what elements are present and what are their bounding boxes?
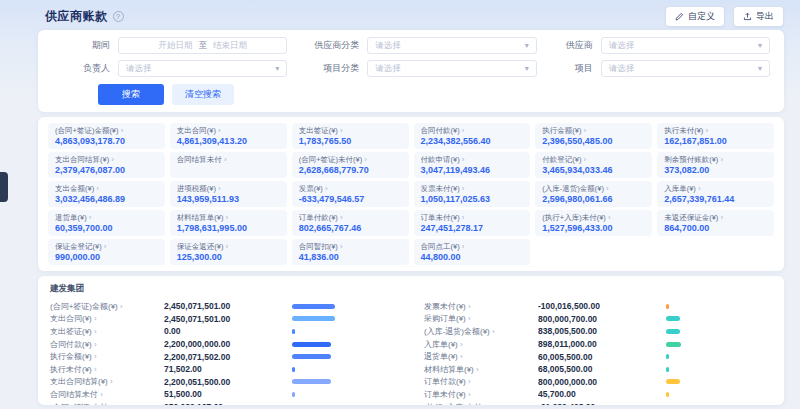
metric-label[interactable]: 订单未付(¥) › xyxy=(424,389,538,400)
stat-tile[interactable]: 发票未付(¥) ›1,050,117,025.63 xyxy=(414,181,531,207)
stat-tile[interactable]: 订单付款(¥) ›802,665,767.46 xyxy=(292,210,409,236)
stat-tile[interactable]: 合同点工(¥) ›44,800.00 xyxy=(414,239,531,265)
metric-bar-track xyxy=(666,342,768,347)
supplier-select[interactable]: 请选择▾ xyxy=(601,37,770,54)
stat-tile[interactable]: 付款申请(¥) ›3,047,119,493.46 xyxy=(414,152,531,178)
stat-tile[interactable]: 保证金登记(¥) ›990,000.00 xyxy=(48,239,165,265)
stat-tile[interactable]: 退货单(¥) ›60,359,700.00 xyxy=(48,210,165,236)
metric-row: 支出签证(¥) ›0.00 xyxy=(50,325,398,338)
stat-tile[interactable]: 剩余预付账款(¥) ›373,082.00 xyxy=(657,152,774,178)
customize-button[interactable]: 自定义 xyxy=(665,6,725,27)
metric-row: 入库单(¥) ›898,011,000.00 xyxy=(424,338,772,351)
metric-value: 250,030,167.00 xyxy=(164,402,292,405)
stat-tile[interactable]: 合同付款(¥) ›2,234,382,556.40 xyxy=(414,123,531,149)
chevron-right-icon: › xyxy=(460,340,463,349)
stat-value: 2,596,980,061.66 xyxy=(542,194,645,204)
stat-tile[interactable]: 合同结算未付 › xyxy=(170,152,287,178)
metric-bar-track xyxy=(292,354,394,359)
metric-bar-track xyxy=(292,367,394,372)
metric-value: -61,939,498.00 xyxy=(538,402,666,405)
group-panel: 建发集团 (合同+签证)金额(¥) ›2,450,071,501.00支出合同(… xyxy=(38,276,784,405)
export-button[interactable]: 导出 xyxy=(733,6,784,27)
metric-label[interactable]: (执行+入库)未付(¥) › xyxy=(424,402,538,405)
stat-tile[interactable]: 合同暂扣(¥) ›41,836.00 xyxy=(292,239,409,265)
metric-label[interactable]: 采购订单(¥) › xyxy=(424,313,538,324)
clear-search-button[interactable]: 清空搜索 xyxy=(172,84,234,105)
stat-tile[interactable]: 支出签证(¥) ›1,783,765.50 xyxy=(292,123,409,149)
project-select[interactable]: 请选择▾ xyxy=(601,60,770,77)
chevron-down-icon: ▾ xyxy=(525,65,529,73)
metric-value: 800,000,000.00 xyxy=(538,377,666,387)
metric-row: (执行+入库)未付(¥) ›-61,939,498.00 xyxy=(424,401,772,405)
metric-bar-track xyxy=(292,316,394,321)
chevron-right-icon: › xyxy=(120,403,123,405)
stat-tile[interactable]: (合同+签证)金额(¥) ›4,863,093,178.70 xyxy=(48,123,165,149)
stat-tile[interactable]: 支出合同结算(¥) ›2,379,476,087.00 xyxy=(48,152,165,178)
metric-label[interactable]: (合同+签证)金额(¥) › xyxy=(50,301,164,312)
stat-tile[interactable]: 付款登记(¥) ›3,465,934,033.46 xyxy=(535,152,652,178)
metric-bar-track xyxy=(666,316,768,321)
metric-label[interactable]: 发票未付(¥) › xyxy=(424,301,538,312)
supplier-category-select[interactable]: 请选择▾ xyxy=(367,37,536,54)
chevron-right-icon: › xyxy=(494,403,497,405)
metric-label[interactable]: 合同付款(¥) › xyxy=(50,339,164,350)
metric-bar-track xyxy=(292,342,394,347)
stat-value: 802,665,767.46 xyxy=(299,223,402,233)
stat-tile[interactable]: 支出合同(¥) ›4,861,309,413.20 xyxy=(170,123,287,149)
filter-label: 供应商 xyxy=(545,39,593,52)
metric-row: 采购订单(¥) ›800,000,700.00 xyxy=(424,313,772,326)
stat-tile[interactable]: (合同+签证)未付(¥) ›2,628,668,779.70 xyxy=(292,152,409,178)
chevron-right-icon: › xyxy=(226,242,229,251)
stat-tile[interactable]: 未返还保证金(¥) ›864,700.00 xyxy=(657,210,774,236)
metric-label[interactable]: 合同结算未付 › xyxy=(50,389,164,400)
stat-label: (执行+入库)未付(¥) › xyxy=(542,213,645,222)
metric-row: (合同+签证)未付(¥) ›250,030,167.00 xyxy=(50,401,398,405)
metric-bar-track xyxy=(666,354,768,359)
stat-tile[interactable]: 支出金额(¥) ›3,032,456,486.89 xyxy=(48,181,165,207)
stat-tile[interactable]: 进项税额(¥) ›143,959,511.93 xyxy=(170,181,287,207)
select-placeholder: 请选择 xyxy=(609,63,635,75)
metric-value: 2,450,071,501.00 xyxy=(164,301,292,311)
metric-label[interactable]: 执行金额(¥) › xyxy=(50,351,164,362)
metric-bar xyxy=(292,316,335,321)
period-daterange[interactable]: 开始日期至结束日期 xyxy=(118,37,287,54)
metric-label[interactable]: 订单付款(¥) › xyxy=(424,376,538,387)
stat-tile[interactable]: (执行+入库)未付(¥) ›1,527,596,433.00 xyxy=(535,210,652,236)
chevron-right-icon: › xyxy=(468,302,471,311)
stat-tile[interactable]: 材料结算单(¥) ›1,798,631,995.00 xyxy=(170,210,287,236)
metric-label[interactable]: 材料结算单(¥) › xyxy=(424,364,538,375)
metric-label[interactable]: 支出签证(¥) › xyxy=(50,326,164,337)
project-category-select[interactable]: 请选择▾ xyxy=(367,60,536,77)
stat-label: 支出金额(¥) › xyxy=(55,184,158,193)
metric-label[interactable]: 支出合同(¥) › xyxy=(50,313,164,324)
search-button[interactable]: 搜索 xyxy=(98,84,164,105)
metric-label[interactable]: 执行未付(¥) › xyxy=(50,364,164,375)
metric-label[interactable]: (合同+签证)未付(¥) › xyxy=(50,402,164,405)
stat-label: 合同付款(¥) › xyxy=(421,126,524,135)
stat-tile[interactable]: 执行未付(¥) ›162,167,851.00 xyxy=(657,123,774,149)
owner-select[interactable]: 请选择▾ xyxy=(118,60,287,77)
stat-value: 2,234,382,556.40 xyxy=(421,136,524,146)
stat-tile[interactable]: 入库单(¥) ›2,657,339,761.44 xyxy=(657,181,774,207)
chevron-right-icon: › xyxy=(462,184,465,193)
metric-value: 0.00 xyxy=(164,326,292,336)
stat-tile[interactable]: 保证金返还(¥) ›125,300.00 xyxy=(170,239,287,265)
metric-bar xyxy=(292,304,335,309)
chevron-right-icon: › xyxy=(94,340,97,349)
metric-label[interactable]: 入库单(¥) › xyxy=(424,339,538,350)
stat-tile[interactable]: 订单未付(¥) ›247,451,278.17 xyxy=(414,210,531,236)
metric-value: 60,005,500.00 xyxy=(538,352,666,362)
stat-tile[interactable]: (入库-退货)金额(¥) ›2,596,980,061.66 xyxy=(535,181,652,207)
metric-label[interactable]: 退货单(¥) › xyxy=(424,351,538,362)
stat-tile[interactable]: 执行金额(¥) ›2,396,550,485.00 xyxy=(535,123,652,149)
stat-tile[interactable]: 发票(¥) ›-633,479,546.57 xyxy=(292,181,409,207)
drawer-handle[interactable] xyxy=(0,172,8,202)
stat-label: 材料结算单(¥) › xyxy=(177,213,280,222)
chevron-right-icon: › xyxy=(89,213,92,222)
help-icon[interactable]: ? xyxy=(113,11,124,22)
metric-label[interactable]: (入库-退货)金额(¥) › xyxy=(424,326,538,337)
metric-row: 发票未付(¥) ›-100,016,500.00 xyxy=(424,300,772,313)
metric-label[interactable]: 支出合同结算(¥) › xyxy=(50,376,164,387)
stat-value: -633,479,546.57 xyxy=(299,194,402,204)
stat-value: 41,836.00 xyxy=(299,252,402,262)
